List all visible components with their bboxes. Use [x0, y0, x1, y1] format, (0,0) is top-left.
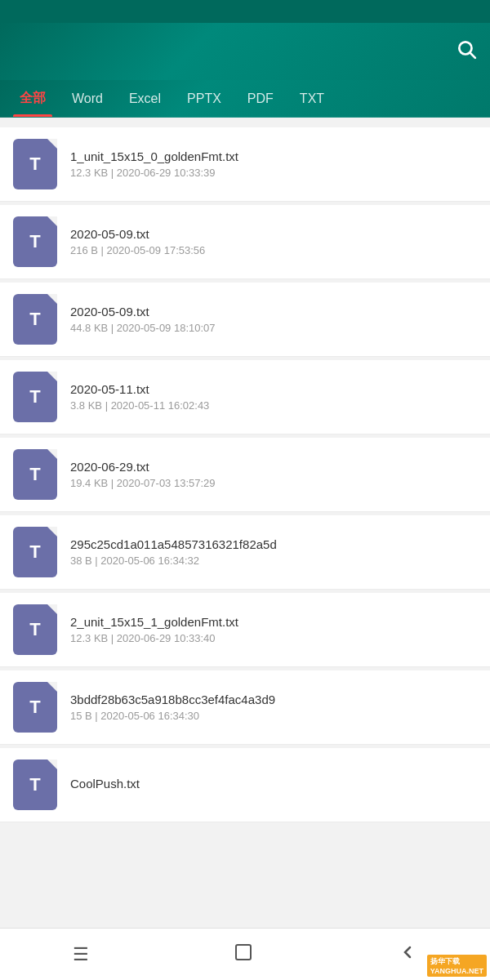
file-icon: T — [13, 604, 57, 655]
file-icon: T — [13, 216, 57, 267]
tab-word[interactable]: Word — [59, 82, 116, 116]
file-info: 2020-05-09.txt 216 B | 2020-05-09 17:53:… — [70, 227, 477, 256]
watermark: 扬华下载YANGHUA.NET — [427, 955, 487, 977]
file-info: 3bddf28b63c5a918b8cc3ef4fac4a3d9 15 B | … — [70, 693, 477, 722]
file-name: CoolPush.txt — [70, 777, 477, 791]
file-meta: 19.4 KB | 2020-07-03 13:57:29 — [70, 477, 477, 489]
svg-rect-2 — [236, 945, 251, 960]
file-info: 2_unit_15x15_1_goldenFmt.txt 12.3 KB | 2… — [70, 615, 477, 644]
file-info: 2020-06-29.txt 19.4 KB | 2020-07-03 13:5… — [70, 460, 477, 489]
file-icon: T — [13, 527, 57, 577]
back-nav-icon[interactable] — [398, 942, 417, 967]
file-name: 2020-05-11.txt — [70, 382, 477, 396]
tab-all[interactable]: 全部 — [7, 80, 59, 117]
list-item[interactable]: T 2020-05-09.txt 216 B | 2020-05-09 17:5… — [0, 205, 490, 279]
file-name: 295c25cd1a011a54857316321f82a5d — [70, 537, 477, 551]
list-item[interactable]: T 295c25cd1a011a54857316321f82a5d 38 B |… — [0, 515, 490, 590]
list-item[interactable]: T 2020-05-11.txt 3.8 KB | 2020-05-11 16:… — [0, 360, 490, 434]
list-item[interactable]: T 1_unit_15x15_0_goldenFmt.txt 12.3 KB |… — [0, 127, 490, 202]
list-item[interactable]: T 2020-06-29.txt 19.4 KB | 2020-07-03 13… — [0, 438, 490, 512]
file-info: 295c25cd1a011a54857316321f82a5d 38 B | 2… — [70, 537, 477, 567]
bottom-nav: ☰ — [0, 928, 490, 980]
file-icon: T — [13, 294, 57, 345]
status-bar — [0, 0, 490, 23]
file-meta: 12.3 KB | 2020-06-29 10:33:40 — [70, 632, 477, 644]
file-meta: 3.8 KB | 2020-05-11 16:02:43 — [70, 399, 477, 412]
file-icon: T — [13, 139, 57, 189]
search-button[interactable] — [456, 38, 477, 65]
file-name: 1_unit_15x15_0_goldenFmt.txt — [70, 149, 477, 163]
svg-line-1 — [470, 53, 475, 58]
file-name: 2_unit_15x15_1_goldenFmt.txt — [70, 615, 477, 629]
tabs-bar: 全部 Word Excel PPTX PDF TXT — [0, 80, 490, 118]
tab-pdf[interactable]: PDF — [234, 82, 287, 116]
file-name: 2020-06-29.txt — [70, 460, 477, 474]
file-name: 2020-05-09.txt — [70, 227, 477, 241]
file-list: T 1_unit_15x15_0_goldenFmt.txt 12.3 KB |… — [0, 118, 490, 832]
file-info: 2020-05-11.txt 3.8 KB | 2020-05-11 16:02… — [70, 382, 477, 412]
file-name: 3bddf28b63c5a918b8cc3ef4fac4a3d9 — [70, 693, 477, 706]
file-info: CoolPush.txt — [70, 777, 477, 794]
list-item[interactable]: T 2020-05-09.txt 44.8 KB | 2020-05-09 18… — [0, 283, 490, 357]
file-meta: 12.3 KB | 2020-06-29 10:33:39 — [70, 167, 477, 179]
menu-icon[interactable]: ☰ — [73, 944, 89, 965]
file-icon: T — [13, 449, 57, 500]
list-item[interactable]: T CoolPush.txt — [0, 748, 490, 822]
file-icon: T — [13, 760, 57, 810]
file-info: 2020-05-09.txt 44.8 KB | 2020-05-09 18:1… — [70, 305, 477, 334]
file-icon: T — [13, 372, 57, 422]
list-item[interactable]: T 2_unit_15x15_1_goldenFmt.txt 12.3 KB |… — [0, 593, 490, 667]
file-meta: 216 B | 2020-05-09 17:53:56 — [70, 244, 477, 256]
home-icon[interactable] — [234, 942, 253, 967]
file-icon: T — [13, 682, 57, 733]
file-name: 2020-05-09.txt — [70, 305, 477, 318]
tab-txt[interactable]: TXT — [287, 82, 337, 116]
tab-excel[interactable]: Excel — [116, 82, 174, 116]
file-meta: 44.8 KB | 2020-05-09 18:10:07 — [70, 322, 477, 334]
header — [0, 23, 490, 80]
file-meta: 38 B | 2020-05-06 16:34:32 — [70, 555, 477, 567]
list-item[interactable]: T 3bddf28b63c5a918b8cc3ef4fac4a3d9 15 B … — [0, 670, 490, 745]
file-info: 1_unit_15x15_0_goldenFmt.txt 12.3 KB | 2… — [70, 149, 477, 179]
tab-pptx[interactable]: PPTX — [174, 82, 234, 116]
file-meta: 15 B | 2020-05-06 16:34:30 — [70, 710, 477, 722]
